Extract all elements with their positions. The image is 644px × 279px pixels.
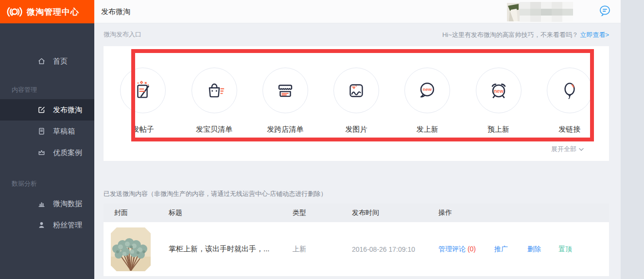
new-bubble-icon: new: [416, 79, 438, 102]
entry-circle: [191, 68, 237, 113]
sidebar-nav: 首页 内容管理 发布微淘: [0, 23, 94, 236]
promo-view-link[interactable]: 立即查看>: [580, 31, 609, 38]
brand-title: 微淘管理中心: [27, 6, 79, 17]
image-icon: [345, 79, 367, 102]
sidebar-item-label: 发布微淘: [53, 105, 82, 115]
expand-all-button[interactable]: 展开全部: [551, 145, 584, 154]
entry-circle: [547, 68, 592, 113]
entry-label: 发图片: [346, 125, 367, 134]
entry-item-new-arrival[interactable]: new 发上新: [396, 68, 459, 134]
promo-message: Hi~这里有发布微淘的高富帅技巧，不来看看吗？ 立即查看>: [442, 31, 609, 39]
new-badge-text: new: [494, 88, 504, 94]
main-content: 微淘发布入口 Hi~这里有发布微淘的高富帅技巧，不来看看吗？ 立即查看>: [94, 23, 621, 279]
sidebar-item-label: 首页: [53, 57, 68, 66]
weitao-broadcast-icon: [6, 5, 23, 18]
sidebar-item-cases[interactable]: 优质案例: [0, 142, 94, 163]
entry-label: 发跨店清单: [267, 125, 303, 134]
entry-section-label: 微淘发布入口: [104, 30, 141, 39]
entry-label: 预上新: [487, 125, 509, 134]
entry-circle: [120, 68, 166, 113]
page-title: 发布微淘: [101, 0, 130, 23]
avatar[interactable]: [507, 2, 573, 22]
entry-panel: 发帖子: [104, 46, 609, 161]
sidebar-section-data-analysis: 数据分析: [0, 179, 94, 189]
alarm-new-icon: new: [487, 79, 510, 102]
row-type: 上新: [282, 245, 341, 254]
table-row: 掌柜上新，该出手时就出手，... 上新 2016-08-26 17:09:10 …: [104, 222, 609, 276]
entry-circle: [262, 68, 308, 113]
draft-document-icon: [37, 127, 46, 136]
entry-item-image[interactable]: 发图片: [325, 68, 388, 134]
promo-text: Hi~这里有发布微淘的高富帅技巧，不来看看吗？: [442, 31, 578, 38]
column-header-time: 发布时间: [341, 209, 428, 217]
entry-item-link[interactable]: 发链接: [538, 68, 601, 134]
sidebar-item-label: 优质案例: [53, 148, 82, 157]
entry-label: 发宝贝清单: [196, 125, 232, 134]
sidebar-item-fans[interactable]: 粉丝管理: [0, 214, 94, 236]
entry-list: 发帖子: [104, 68, 609, 134]
column-header-title: 标题: [158, 209, 282, 217]
pin-top-link[interactable]: 置顶: [558, 245, 572, 254]
entry-item-pre-new[interactable]: new 预上新: [467, 68, 530, 134]
storefront-icon: [274, 79, 296, 102]
sidebar-item-home[interactable]: 首页: [0, 51, 94, 72]
expand-all-label: 展开全部: [551, 145, 576, 154]
row-publish-time: 2016-08-26 17:09:10: [341, 245, 428, 253]
right-gutter: [621, 0, 644, 279]
manage-comments-link[interactable]: 管理评论 (0): [438, 245, 476, 254]
new-badge-text: new: [423, 87, 432, 92]
bag-icon: [203, 79, 226, 102]
brand-logo[interactable]: 微淘管理中心: [0, 0, 94, 23]
post-icon: [132, 79, 154, 102]
home-icon: [37, 57, 46, 66]
cover-cell: [104, 227, 158, 271]
promote-link[interactable]: 推广: [494, 245, 508, 254]
entry-circle: new: [476, 68, 522, 113]
person-icon: [37, 221, 46, 229]
entry-item-goods-list[interactable]: 发宝贝清单: [183, 68, 246, 134]
entry-label: 发链接: [558, 125, 580, 134]
cover-image-flowers[interactable]: [111, 227, 151, 271]
column-header-cover: 封面: [104, 209, 158, 217]
sidebar-item-drafts[interactable]: 草稿箱: [0, 121, 94, 142]
top-header: 发布微淘: [94, 0, 621, 23]
entry-circle: new: [404, 68, 450, 113]
chevron-down-icon: [579, 148, 584, 151]
entry-circle: [333, 68, 379, 113]
weitao-admin-app: 微淘管理中心 首页 内容管理: [0, 0, 644, 279]
sidebar-item-label: 粉丝管理: [53, 221, 82, 230]
delete-link[interactable]: 删除: [527, 245, 541, 254]
sidebar: 微淘管理中心 首页 内容管理: [0, 0, 94, 279]
chat-bubble-icon[interactable]: [598, 5, 611, 18]
entry-label: 发帖子: [132, 125, 154, 134]
sidebar-item-label: 草稿箱: [53, 127, 75, 136]
entry-item-post[interactable]: 发帖子: [111, 68, 174, 134]
crown-icon: [37, 149, 46, 157]
sidebar-section-content-mgmt: 内容管理: [0, 85, 94, 95]
row-title: 掌柜上新，该出手时就出手，...: [158, 244, 282, 254]
sent-content-section-label: 已发送微淘内容（非微淘生产的内容，请通过无线运营中心-店铺动态进行删除）: [104, 190, 327, 198]
row-actions: 管理评论 (0) 推广 删除 置顶: [428, 245, 609, 254]
entry-label: 发上新: [417, 125, 438, 134]
table-header: 封面 标题 类型 发布时间 操作: [104, 204, 609, 222]
sidebar-item-weitao-data[interactable]: 微淘数据: [0, 193, 94, 214]
edit-square-icon: [37, 106, 46, 114]
bar-chart-icon: [37, 200, 46, 208]
balloon-icon: [558, 79, 581, 102]
entry-item-crossstore-list[interactable]: 发跨店清单: [254, 68, 317, 134]
manage-comments-label: 管理评论: [438, 245, 466, 253]
comments-count: (0): [468, 245, 476, 253]
column-header-actions: 操作: [428, 209, 609, 217]
sidebar-item-label: 微淘数据: [53, 199, 82, 209]
column-header-type: 类型: [282, 209, 341, 217]
sidebar-item-publish[interactable]: 发布微淘: [0, 99, 94, 121]
